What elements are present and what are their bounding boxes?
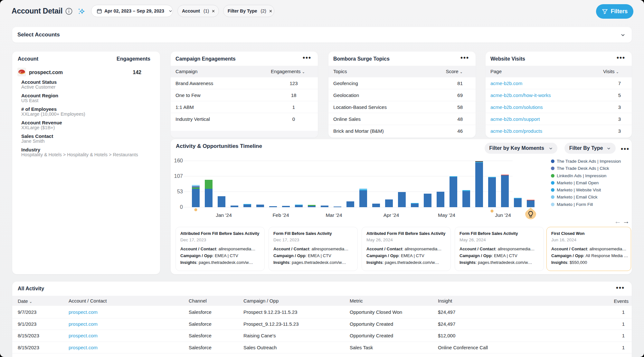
svg-text:107: 107 xyxy=(174,173,183,179)
svg-text:Feb '24: Feb '24 xyxy=(272,212,289,218)
svg-text:160: 160 xyxy=(174,158,183,163)
svg-text:May '24: May '24 xyxy=(438,212,455,218)
svg-text:Mar '24: Mar '24 xyxy=(326,212,342,218)
svg-text:Jun '24: Jun '24 xyxy=(495,212,511,218)
svg-text:Jan '24: Jan '24 xyxy=(216,212,232,218)
svg-text:0: 0 xyxy=(180,204,183,210)
svg-text:53: 53 xyxy=(177,188,183,194)
svg-text:L': L' xyxy=(20,71,22,73)
svg-text:Apr '24: Apr '24 xyxy=(384,212,399,218)
